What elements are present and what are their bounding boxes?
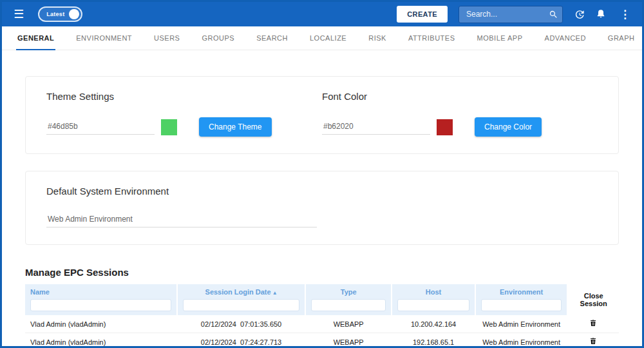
tab-risk[interactable]: RISK <box>367 26 388 50</box>
latest-toggle[interactable]: Latest <box>38 6 82 22</box>
general-settings-content: Theme Settings Change Theme Font Color C… <box>2 50 642 245</box>
tab-groups[interactable]: GROUPS <box>200 26 236 50</box>
column-header-session-login-date[interactable]: Session Login Date▲ <box>177 284 305 315</box>
session-environment: Web Admin Environment <box>475 315 567 333</box>
topbar-actions: CREATE ⋮ <box>397 6 633 23</box>
column-header-name[interactable]: Name <box>25 284 177 315</box>
theme-and-font-card: Theme Settings Change Theme Font Color C… <box>25 76 619 154</box>
more-options-icon[interactable]: ⋮ <box>617 8 633 21</box>
filter-host-input[interactable] <box>397 299 469 311</box>
sessions-table: Name Session Login Date▲ Type Host Envir… <box>25 284 619 348</box>
font-color-section: Font Color Change Color <box>322 91 598 137</box>
column-header-type[interactable]: Type <box>305 284 392 315</box>
session-host: 10.200.42.164 <box>392 315 475 333</box>
tab-mobile-app[interactable]: MOBILE APP <box>476 26 524 50</box>
history-icon[interactable] <box>574 9 585 20</box>
change-color-button[interactable]: Change Color <box>475 117 542 137</box>
tab-users[interactable]: USERS <box>153 26 181 50</box>
tab-graph[interactable]: GRAPH <box>607 26 636 50</box>
close-session-trash-icon[interactable] <box>589 337 597 345</box>
session-login-date: 02/12/2024 07:01:35.650 <box>177 315 305 333</box>
session-name: Vlad Admin (vladAdmin) <box>25 333 177 348</box>
font-color-input[interactable] <box>322 119 430 135</box>
tab-advanced[interactable]: ADVANCED <box>544 26 587 50</box>
tab-localize[interactable]: LOCALIZE <box>308 26 348 50</box>
sessions-title: Manage EPC Sessions <box>25 267 619 278</box>
theme-settings-title: Theme Settings <box>46 91 322 102</box>
theme-settings-section: Theme Settings Change Theme <box>46 91 322 137</box>
search-box[interactable] <box>459 6 563 23</box>
manage-epc-sessions-section: Manage EPC Sessions Name Session Login D… <box>2 267 642 348</box>
session-login-date: 02/12/2024 07:24:27.713 <box>177 333 305 348</box>
font-color-swatch <box>437 119 453 135</box>
tab-general[interactable]: GENERAL <box>16 26 55 50</box>
theme-color-input[interactable] <box>46 119 155 135</box>
default-environment-title: Default System Environment <box>46 186 598 197</box>
tab-environment[interactable]: ENVIRONMENT <box>75 26 133 50</box>
font-color-title: Font Color <box>322 91 598 102</box>
settings-tab-bar: GENERAL ENVIRONMENT USERS GROUPS SEARCH … <box>2 26 642 50</box>
column-header-host[interactable]: Host <box>392 284 475 315</box>
top-navigation-bar: ☰ Latest CREATE ⋮ <box>2 2 642 26</box>
column-header-environment[interactable]: Environment <box>475 284 567 315</box>
tab-attributes[interactable]: ATTRIBUTES <box>407 26 457 50</box>
tab-search[interactable]: SEARCH <box>255 26 289 50</box>
create-button[interactable]: CREATE <box>397 6 448 23</box>
filter-environment-input[interactable] <box>481 299 562 311</box>
column-header-close-session: Close Session <box>567 284 619 315</box>
close-session-trash-icon[interactable] <box>589 319 597 327</box>
default-environment-select[interactable] <box>46 212 317 227</box>
search-icon[interactable] <box>549 10 558 19</box>
session-type: WEBAPP <box>305 315 392 333</box>
notifications-bell-icon[interactable] <box>596 9 606 19</box>
latest-toggle-label: Latest <box>46 11 64 17</box>
session-name: Vlad Admin (vladAdmin) <box>25 315 177 333</box>
search-input[interactable] <box>465 9 549 19</box>
theme-color-swatch <box>161 119 177 135</box>
session-row: Vlad Admin (vladAdmin) 02/12/2024 07:01:… <box>25 315 619 333</box>
default-environment-card: Default System Environment <box>25 171 619 245</box>
session-host: 192.168.65.1 <box>392 333 475 348</box>
filter-name-input[interactable] <box>30 299 171 311</box>
change-theme-button[interactable]: Change Theme <box>199 117 272 137</box>
filter-login-date-input[interactable] <box>183 299 299 311</box>
sort-ascending-icon: ▲ <box>272 290 278 296</box>
session-environment: Web Admin Environment <box>475 333 567 348</box>
latest-toggle-knob <box>69 9 79 19</box>
session-type: WEBAPP <box>305 333 392 348</box>
filter-type-input[interactable] <box>311 299 386 311</box>
menu-icon[interactable]: ☰ <box>14 8 24 20</box>
session-row: Vlad Admin (vladAdmin) 02/12/2024 07:24:… <box>25 333 619 348</box>
